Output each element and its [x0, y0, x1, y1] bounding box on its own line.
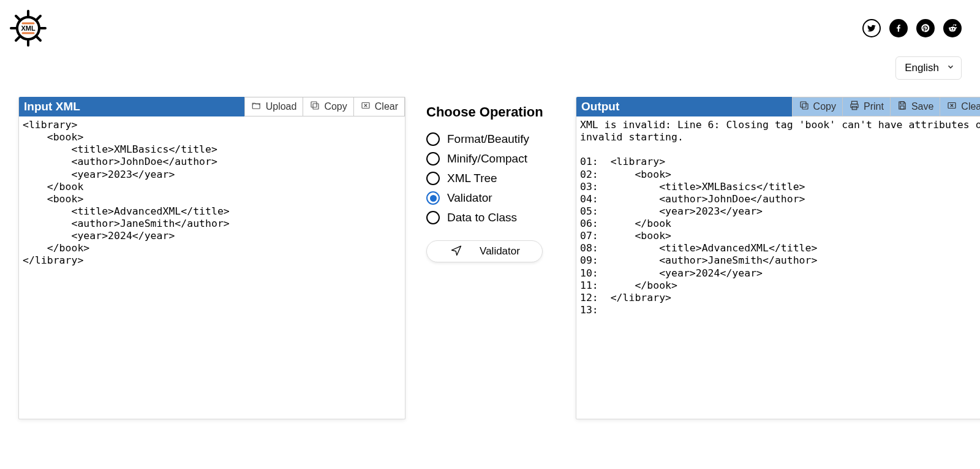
output-panel: Output Copy Print	[576, 97, 980, 419]
svg-rect-19	[851, 101, 857, 104]
svg-rect-13	[311, 102, 317, 107]
print-icon	[849, 100, 860, 113]
svg-text:XML: XML	[21, 25, 36, 32]
operation-label: Minify/Compact	[447, 152, 527, 166]
input-panel-header: Input XML Upload Copy	[19, 97, 405, 116]
operation-label: Validator	[447, 191, 492, 205]
radio-icon	[426, 172, 440, 185]
run-button-label: Validator	[480, 245, 520, 257]
copy-icon	[799, 100, 810, 113]
operation-format-beautify[interactable]: Format/Beautify	[426, 132, 555, 146]
operations-list: Format/Beautify Minify/Compact XML Tree …	[426, 132, 555, 224]
radio-icon	[426, 191, 440, 205]
svg-line-7	[36, 16, 40, 20]
svg-rect-22	[900, 102, 904, 104]
output-toolbar: Copy Print Save	[792, 97, 980, 116]
social-links	[862, 19, 962, 37]
clear-icon	[360, 100, 371, 113]
folder-open-icon	[251, 100, 262, 113]
save-icon	[897, 100, 908, 113]
clear-input-button[interactable]: Clear	[354, 97, 405, 116]
upload-button[interactable]: Upload	[244, 97, 304, 116]
copy-output-button[interactable]: Copy	[792, 97, 843, 116]
svg-line-8	[16, 36, 20, 40]
clear-output-button[interactable]: Clear	[940, 97, 980, 116]
input-panel-title: Input XML	[19, 97, 244, 116]
header: XML	[0, 0, 980, 48]
logo[interactable]: XML	[9, 9, 48, 48]
operation-xml-tree[interactable]: XML Tree	[426, 172, 555, 185]
operation-data-to-class[interactable]: Data to Class	[426, 211, 555, 224]
svg-rect-18	[801, 102, 806, 107]
operation-label: Format/Beautify	[447, 132, 529, 146]
svg-rect-17	[802, 104, 808, 109]
facebook-icon[interactable]	[889, 19, 908, 37]
operation-minify-compact[interactable]: Minify/Compact	[426, 152, 555, 166]
operation-label: XML Tree	[447, 172, 497, 185]
output-panel-header: Output Copy Print	[576, 97, 980, 116]
radio-icon	[426, 152, 440, 166]
output-panel-title: Output	[576, 97, 792, 116]
send-icon	[449, 244, 464, 259]
operation-label: Data to Class	[447, 211, 517, 224]
chevron-down-icon	[946, 62, 955, 74]
svg-rect-12	[313, 104, 318, 109]
input-panel: Input XML Upload Copy	[18, 97, 405, 419]
twitter-icon[interactable]	[862, 19, 881, 37]
operation-validator[interactable]: Validator	[426, 191, 555, 205]
operations-title: Choose Operation	[426, 104, 555, 120]
pinterest-icon[interactable]	[916, 19, 935, 37]
reddit-icon[interactable]	[943, 19, 962, 37]
clear-icon	[946, 100, 957, 113]
run-button[interactable]: Validator	[426, 240, 543, 262]
language-row: English	[0, 48, 980, 86]
radio-icon	[426, 211, 440, 224]
input-xml-textarea[interactable]: <library> <book> <title>XMLBasics</title…	[19, 116, 405, 419]
copy-icon	[309, 100, 320, 113]
save-button[interactable]: Save	[891, 97, 940, 116]
operations-column: Choose Operation Format/Beautify Minify/…	[426, 97, 555, 419]
language-select[interactable]: English	[895, 56, 962, 80]
language-selected: English	[905, 62, 939, 74]
svg-line-5	[16, 16, 20, 20]
svg-rect-23	[900, 106, 904, 109]
main: Input XML Upload Copy	[0, 86, 980, 419]
copy-input-button[interactable]: Copy	[303, 97, 353, 116]
svg-line-6	[36, 36, 40, 40]
output-text: XML is invalid: Line 6: Closing tag 'boo…	[576, 116, 980, 419]
input-toolbar: Upload Copy Clear	[244, 97, 405, 116]
radio-icon	[426, 132, 440, 146]
print-button[interactable]: Print	[843, 97, 891, 116]
